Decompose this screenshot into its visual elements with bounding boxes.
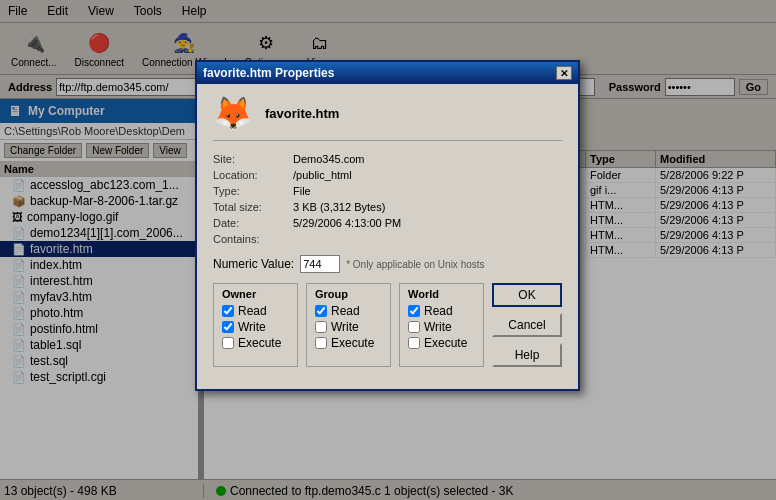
modal-content: 🦊 favorite.htm Site: Demo345.com Locatio… <box>197 84 578 389</box>
date-label: Date: <box>213 217 293 229</box>
world-title: World <box>408 288 475 300</box>
owner-read-label: Read <box>238 304 267 318</box>
world-write-checkbox[interactable] <box>408 321 420 333</box>
world-execute-checkbox[interactable] <box>408 337 420 349</box>
group-execute-item: Execute <box>315 336 382 350</box>
group-execute-checkbox[interactable] <box>315 337 327 349</box>
group-write-checkbox[interactable] <box>315 321 327 333</box>
owner-execute-label: Execute <box>238 336 281 350</box>
date-value: 5/29/2006 4:13:00 PM <box>293 217 562 229</box>
world-read-label: Read <box>424 304 453 318</box>
world-read-item: Read <box>408 304 475 318</box>
numeric-hint: * Only applicable on Unix hosts <box>346 259 484 270</box>
world-write-item: Write <box>408 320 475 334</box>
modal-buttons: OK Cancel Help <box>492 283 562 367</box>
modal-titlebar: favorite.htm Properties ✕ <box>197 62 578 84</box>
owner-execute-item: Execute <box>222 336 289 350</box>
site-label: Site: <box>213 153 293 165</box>
group-write-label: Write <box>331 320 359 334</box>
group-read-item: Read <box>315 304 382 318</box>
owner-execute-checkbox[interactable] <box>222 337 234 349</box>
owner-write-label: Write <box>238 320 266 334</box>
group-execute-label: Execute <box>331 336 374 350</box>
modal-file-icon: 🦊 <box>213 94 253 132</box>
site-value: Demo345.com <box>293 153 562 165</box>
permissions-grid: Owner Read Write Execute Group <box>213 283 562 367</box>
type-label: Type: <box>213 185 293 197</box>
owner-write-checkbox[interactable] <box>222 321 234 333</box>
properties-modal: favorite.htm Properties ✕ 🦊 favorite.htm… <box>195 60 580 391</box>
help-button[interactable]: Help <box>492 343 562 367</box>
group-group: Group Read Write Execute <box>306 283 391 367</box>
location-value: /public_html <box>293 169 562 181</box>
type-value: File <box>293 185 562 197</box>
world-execute-item: Execute <box>408 336 475 350</box>
world-read-checkbox[interactable] <box>408 305 420 317</box>
contains-value <box>293 233 562 245</box>
world-execute-label: Execute <box>424 336 467 350</box>
numeric-value-input[interactable] <box>300 255 340 273</box>
size-label: Total size: <box>213 201 293 213</box>
cancel-button[interactable]: Cancel <box>492 313 562 337</box>
modal-header: 🦊 favorite.htm <box>213 94 562 141</box>
world-group: World Read Write Execute <box>399 283 484 367</box>
size-value: 3 KB (3,312 Bytes) <box>293 201 562 213</box>
owner-title: Owner <box>222 288 289 300</box>
location-label: Location: <box>213 169 293 181</box>
modal-info: Site: Demo345.com Location: /public_html… <box>213 153 562 245</box>
ok-button[interactable]: OK <box>492 283 562 307</box>
modal-filename: favorite.htm <box>265 106 339 121</box>
owner-read-checkbox[interactable] <box>222 305 234 317</box>
world-write-label: Write <box>424 320 452 334</box>
group-read-label: Read <box>331 304 360 318</box>
group-title: Group <box>315 288 382 300</box>
contains-label: Contains: <box>213 233 293 245</box>
group-write-item: Write <box>315 320 382 334</box>
modal-close-button[interactable]: ✕ <box>556 66 572 80</box>
group-read-checkbox[interactable] <box>315 305 327 317</box>
owner-read-item: Read <box>222 304 289 318</box>
owner-group: Owner Read Write Execute <box>213 283 298 367</box>
modal-numeric: Numeric Value: * Only applicable on Unix… <box>213 255 562 273</box>
modal-title: favorite.htm Properties <box>203 66 334 80</box>
numeric-label: Numeric Value: <box>213 257 294 271</box>
owner-write-item: Write <box>222 320 289 334</box>
